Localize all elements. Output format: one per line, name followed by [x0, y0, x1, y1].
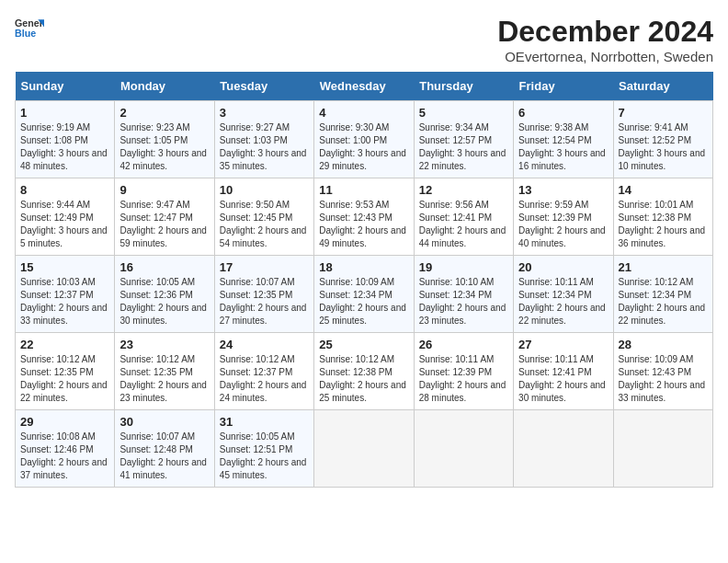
day-info: Sunrise: 10:08 AMSunset: 12:46 PMDayligh…	[20, 431, 108, 480]
day-info: Sunrise: 9:50 AMSunset: 12:45 PMDaylight…	[220, 200, 307, 248]
header-row: SundayMondayTuesdayWednesdayThursdayFrid…	[16, 72, 713, 101]
calendar-cell: 30Sunrise: 10:07 AMSunset: 12:48 PMDayli…	[115, 410, 214, 488]
day-number: 31	[220, 415, 309, 429]
week-row-1: 1Sunrise: 9:19 AMSunset: 1:08 PMDaylight…	[16, 101, 713, 178]
logo-icon: General Blue	[15, 15, 44, 44]
calendar-cell	[414, 410, 513, 488]
calendar-cell: 18Sunrise: 10:09 AMSunset: 12:34 PMDayli…	[314, 256, 414, 333]
calendar-cell	[514, 410, 613, 488]
day-number: 29	[20, 415, 109, 429]
calendar-cell	[613, 410, 712, 488]
calendar-cell: 13Sunrise: 9:59 AMSunset: 12:39 PMDaylig…	[514, 178, 613, 256]
calendar-cell: 21Sunrise: 10:12 AMSunset: 12:34 PMDayli…	[613, 256, 712, 333]
day-info: Sunrise: 10:12 AMSunset: 12:34 PMDayligh…	[619, 277, 706, 326]
title-block: December 2024 OEvertornea, Norrbotten, S…	[497, 15, 713, 64]
day-info: Sunrise: 9:41 AMSunset: 12:52 PMDaylight…	[619, 122, 706, 171]
calendar-cell: 17Sunrise: 10:07 AMSunset: 12:35 PMDayli…	[214, 256, 313, 333]
header: General Blue December 2024 OEvertornea, …	[15, 15, 713, 64]
day-number: 14	[619, 183, 708, 197]
col-header-wednesday: Wednesday	[314, 72, 414, 101]
day-info: Sunrise: 10:11 AMSunset: 12:41 PMDayligh…	[518, 354, 606, 403]
col-header-thursday: Thursday	[414, 72, 513, 101]
day-number: 30	[119, 415, 209, 429]
day-number: 13	[518, 183, 608, 197]
calendar-cell: 7Sunrise: 9:41 AMSunset: 12:52 PMDayligh…	[613, 101, 712, 178]
calendar-cell: 31Sunrise: 10:05 AMSunset: 12:51 PMDayli…	[214, 410, 313, 488]
calendar-cell	[314, 410, 414, 488]
page-subtitle: OEvertornea, Norrbotten, Sweden	[497, 49, 713, 64]
day-info: Sunrise: 10:12 AMSunset: 12:35 PMDayligh…	[20, 354, 108, 403]
day-number: 19	[419, 260, 508, 274]
calendar-cell: 14Sunrise: 10:01 AMSunset: 12:38 PMDayli…	[613, 178, 712, 256]
calendar-cell: 22Sunrise: 10:12 AMSunset: 12:35 PMDayli…	[16, 333, 115, 410]
day-number: 25	[319, 338, 408, 351]
calendar-cell: 11Sunrise: 9:53 AMSunset: 12:43 PMDaylig…	[314, 178, 414, 256]
day-number: 11	[319, 183, 408, 197]
day-number: 24	[220, 338, 309, 351]
day-info: Sunrise: 9:47 AMSunset: 12:47 PMDaylight…	[119, 200, 207, 248]
day-info: Sunrise: 9:59 AMSunset: 12:39 PMDaylight…	[518, 200, 606, 248]
col-header-monday: Monday	[115, 72, 214, 101]
col-header-friday: Friday	[514, 72, 613, 101]
week-row-3: 15Sunrise: 10:03 AMSunset: 12:37 PMDayli…	[16, 256, 713, 333]
day-info: Sunrise: 10:03 AMSunset: 12:37 PMDayligh…	[20, 277, 108, 326]
day-number: 4	[319, 106, 408, 120]
day-number: 9	[119, 183, 209, 197]
day-info: Sunrise: 10:12 AMSunset: 12:38 PMDayligh…	[319, 354, 406, 403]
day-number: 5	[419, 106, 508, 120]
calendar-cell: 3Sunrise: 9:27 AMSunset: 1:03 PMDaylight…	[214, 101, 313, 178]
calendar-cell: 27Sunrise: 10:11 AMSunset: 12:41 PMDayli…	[514, 333, 613, 410]
day-info: Sunrise: 9:30 AMSunset: 1:00 PMDaylight:…	[319, 122, 406, 171]
day-number: 23	[119, 338, 209, 351]
calendar-cell: 2Sunrise: 9:23 AMSunset: 1:05 PMDaylight…	[115, 101, 214, 178]
calendar-cell: 16Sunrise: 10:05 AMSunset: 12:36 PMDayli…	[115, 256, 214, 333]
day-info: Sunrise: 10:11 AMSunset: 12:39 PMDayligh…	[419, 354, 506, 403]
day-number: 28	[619, 338, 708, 351]
day-number: 27	[518, 338, 608, 351]
calendar-cell: 12Sunrise: 9:56 AMSunset: 12:41 PMDaylig…	[414, 178, 513, 256]
calendar-cell: 26Sunrise: 10:11 AMSunset: 12:39 PMDayli…	[414, 333, 513, 410]
calendar-cell: 29Sunrise: 10:08 AMSunset: 12:46 PMDayli…	[16, 410, 115, 488]
calendar-cell: 19Sunrise: 10:10 AMSunset: 12:34 PMDayli…	[414, 256, 513, 333]
day-info: Sunrise: 10:10 AMSunset: 12:34 PMDayligh…	[419, 277, 506, 326]
calendar-cell: 25Sunrise: 10:12 AMSunset: 12:38 PMDayli…	[314, 333, 414, 410]
day-info: Sunrise: 10:12 AMSunset: 12:37 PMDayligh…	[220, 354, 307, 403]
day-info: Sunrise: 9:34 AMSunset: 12:57 PMDaylight…	[419, 122, 506, 171]
day-number: 16	[119, 260, 209, 274]
day-info: Sunrise: 10:09 AMSunset: 12:34 PMDayligh…	[319, 277, 406, 326]
day-info: Sunrise: 9:53 AMSunset: 12:43 PMDaylight…	[319, 200, 406, 248]
day-number: 26	[419, 338, 508, 351]
day-number: 22	[20, 338, 109, 351]
svg-text:Blue: Blue	[15, 28, 36, 39]
day-info: Sunrise: 10:05 AMSunset: 12:36 PMDayligh…	[119, 277, 207, 326]
calendar-cell: 28Sunrise: 10:09 AMSunset: 12:43 PMDayli…	[613, 333, 712, 410]
calendar-cell: 24Sunrise: 10:12 AMSunset: 12:37 PMDayli…	[214, 333, 313, 410]
week-row-2: 8Sunrise: 9:44 AMSunset: 12:49 PMDayligh…	[16, 178, 713, 256]
day-info: Sunrise: 9:27 AMSunset: 1:03 PMDaylight:…	[220, 122, 307, 171]
day-info: Sunrise: 10:12 AMSunset: 12:35 PMDayligh…	[119, 354, 207, 403]
day-info: Sunrise: 9:38 AMSunset: 12:54 PMDaylight…	[518, 122, 606, 171]
week-row-5: 29Sunrise: 10:08 AMSunset: 12:46 PMDayli…	[16, 410, 713, 488]
calendar-cell: 1Sunrise: 9:19 AMSunset: 1:08 PMDaylight…	[16, 101, 115, 178]
day-info: Sunrise: 10:09 AMSunset: 12:43 PMDayligh…	[619, 354, 706, 403]
day-number: 12	[419, 183, 508, 197]
day-number: 10	[220, 183, 309, 197]
calendar-cell: 10Sunrise: 9:50 AMSunset: 12:45 PMDaylig…	[214, 178, 313, 256]
day-number: 18	[319, 260, 408, 274]
day-number: 17	[220, 260, 309, 274]
col-header-saturday: Saturday	[613, 72, 712, 101]
day-info: Sunrise: 9:19 AMSunset: 1:08 PMDaylight:…	[20, 122, 108, 171]
day-number: 3	[220, 106, 309, 120]
day-number: 1	[20, 106, 109, 120]
calendar-cell: 20Sunrise: 10:11 AMSunset: 12:34 PMDayli…	[514, 256, 613, 333]
col-header-sunday: Sunday	[16, 72, 115, 101]
calendar-table: SundayMondayTuesdayWednesdayThursdayFrid…	[15, 72, 713, 488]
day-info: Sunrise: 10:05 AMSunset: 12:51 PMDayligh…	[220, 431, 307, 480]
day-info: Sunrise: 10:11 AMSunset: 12:34 PMDayligh…	[518, 277, 606, 326]
calendar-cell: 8Sunrise: 9:44 AMSunset: 12:49 PMDayligh…	[16, 178, 115, 256]
day-info: Sunrise: 10:07 AMSunset: 12:35 PMDayligh…	[220, 277, 307, 326]
day-number: 21	[619, 260, 708, 274]
day-info: Sunrise: 9:44 AMSunset: 12:49 PMDaylight…	[20, 200, 108, 248]
day-info: Sunrise: 10:07 AMSunset: 12:48 PMDayligh…	[119, 431, 207, 480]
day-number: 6	[518, 106, 608, 120]
